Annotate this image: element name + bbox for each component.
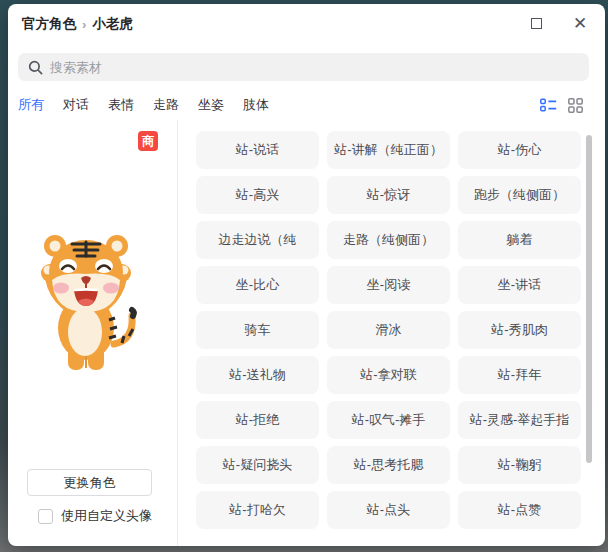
- commercial-badge: 商: [138, 131, 158, 151]
- grid-view-icon[interactable]: [568, 98, 583, 113]
- pose-button[interactable]: 站-拿对联: [327, 356, 450, 394]
- close-icon: ✕: [573, 15, 587, 32]
- custom-avatar-label: 使用自定义头像: [61, 507, 152, 525]
- pose-button[interactable]: 站-疑问挠头: [196, 446, 319, 484]
- pose-button[interactable]: 站-点赞: [458, 491, 581, 529]
- pose-button[interactable]: 坐-阅读: [327, 266, 450, 304]
- pose-button[interactable]: 站-叹气-摊手: [327, 401, 450, 439]
- tab-1[interactable]: 对话: [63, 96, 89, 114]
- pose-button[interactable]: 站-伤心: [458, 131, 581, 169]
- pose-button[interactable]: 坐-讲话: [458, 266, 581, 304]
- view-toggle: [540, 94, 583, 116]
- custom-avatar-checkbox[interactable]: [38, 509, 53, 524]
- pose-button[interactable]: 站-惊讶: [327, 176, 450, 214]
- search-icon: [28, 60, 43, 75]
- search-bar: [18, 53, 589, 81]
- panel-divider: [177, 120, 178, 546]
- tab-2[interactable]: 表情: [108, 96, 134, 114]
- pose-button[interactable]: 边走边说（纯: [196, 221, 319, 259]
- pose-button[interactable]: 坐-比心: [196, 266, 319, 304]
- maximize-icon: [531, 18, 542, 29]
- pose-button[interactable]: 站-拒绝: [196, 401, 319, 439]
- list-view-icon[interactable]: [540, 98, 557, 112]
- pose-button[interactable]: 站-高兴: [196, 176, 319, 214]
- pose-button[interactable]: 滑冰: [327, 311, 450, 349]
- pose-button[interactable]: 站-思考托腮: [327, 446, 450, 484]
- tab-0[interactable]: 所有: [18, 96, 44, 114]
- pose-button[interactable]: 站-灵感-举起手指: [458, 401, 581, 439]
- character-material-dialog: 官方角色 › 小老虎 ✕ 所有对话表情走路坐姿肢体: [8, 4, 605, 546]
- search-input[interactable]: [50, 60, 579, 75]
- pose-button[interactable]: 跑步（纯侧面）: [458, 176, 581, 214]
- pose-button[interactable]: 站-拜年: [458, 356, 581, 394]
- chevron-right-icon: ›: [82, 17, 86, 32]
- maximize-button[interactable]: [525, 12, 547, 34]
- pose-grid: 站-说话站-讲解（纯正面）站-伤心站-高兴站-惊讶跑步（纯侧面）边走边说（纯走路…: [196, 131, 581, 529]
- breadcrumb-root[interactable]: 官方角色: [22, 15, 76, 33]
- pose-button[interactable]: 站-送礼物: [196, 356, 319, 394]
- breadcrumb: 官方角色 › 小老虎: [22, 15, 133, 33]
- titlebar: 官方角色 › 小老虎 ✕: [8, 4, 605, 44]
- tab-3[interactable]: 走路: [153, 96, 179, 114]
- scrollbar-thumb[interactable]: [586, 135, 592, 463]
- tiger-character-image: [30, 228, 142, 376]
- pose-button[interactable]: 站-秀肌肉: [458, 311, 581, 349]
- close-button[interactable]: ✕: [569, 12, 591, 34]
- change-character-button[interactable]: 更换角色: [27, 469, 152, 496]
- pose-button[interactable]: 躺着: [458, 221, 581, 259]
- breadcrumb-current: 小老虎: [92, 15, 133, 33]
- pose-button[interactable]: 站-讲解（纯正面）: [327, 131, 450, 169]
- tab-4[interactable]: 坐姿: [198, 96, 224, 114]
- pose-button[interactable]: 站-点头: [327, 491, 450, 529]
- window-controls: ✕: [525, 12, 591, 34]
- tab-5[interactable]: 肢体: [243, 96, 269, 114]
- pose-button[interactable]: 走路（纯侧面）: [327, 221, 450, 259]
- pose-button[interactable]: 骑车: [196, 311, 319, 349]
- custom-avatar-row[interactable]: 使用自定义头像: [38, 507, 152, 525]
- pose-button[interactable]: 站-打哈欠: [196, 491, 319, 529]
- pose-button[interactable]: 站-说话: [196, 131, 319, 169]
- category-tabbar: 所有对话表情走路坐姿肢体: [18, 94, 595, 116]
- pose-button[interactable]: 站-鞠躬: [458, 446, 581, 484]
